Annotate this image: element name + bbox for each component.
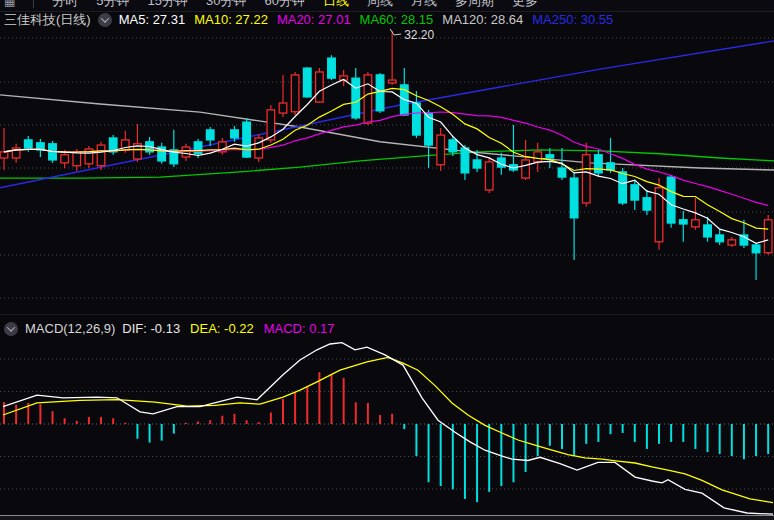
macd-value-label-2: MACD: 0.17 xyxy=(264,321,335,336)
stock-title: 三佳科技(日线) xyxy=(4,11,91,29)
chart-canvas[interactable]: 32.20 xyxy=(0,0,774,520)
ma-legend-1: MA10: 27.22 xyxy=(194,12,268,27)
stock-chart-app: ▦ 分时5分钟15分钟30分钟60分钟日线周线月线多周期更多 三佳科技(日线) … xyxy=(0,0,774,520)
ma-legend-4: MA120: 28.64 xyxy=(442,12,523,27)
macd-value-label-0: DIF: -0.13 xyxy=(122,321,180,336)
bottom-panel-edge xyxy=(0,515,774,520)
macd-panel-header: MACD(12,26,9) DIF: -0.13DEA: -0.22MACD: … xyxy=(0,320,774,337)
ma-legend-5: MA250: 30.55 xyxy=(532,12,613,27)
ma-legend-2: MA20: 27.01 xyxy=(277,12,351,27)
collapse-chevron-icon[interactable] xyxy=(98,13,112,27)
macd-collapse-chevron-icon[interactable] xyxy=(4,322,18,336)
macd-title: MACD(12,26,9) xyxy=(25,321,115,336)
macd-value-label-1: DEA: -0.22 xyxy=(190,321,254,336)
panel-divider xyxy=(0,314,774,315)
ma-legend-3: MA60: 28.15 xyxy=(360,12,434,27)
high-annotation: 32.20 xyxy=(404,28,434,42)
price-panel-header: 三佳科技(日线) MA5: 27.31MA10: 27.22MA20: 27.0… xyxy=(0,11,774,28)
ma-legend-0: MA5: 27.31 xyxy=(119,12,186,27)
